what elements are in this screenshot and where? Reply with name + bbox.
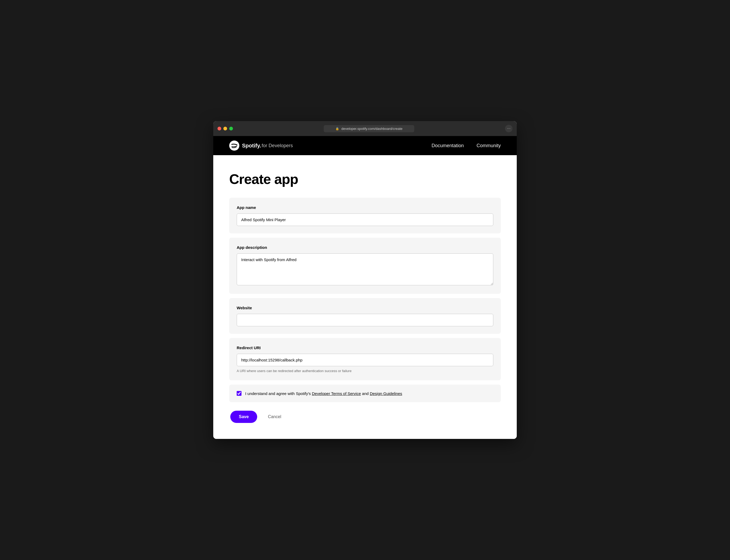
url-text: developer.spotify.com/dashboard/create — [341, 127, 403, 131]
app-description-label: App description — [237, 245, 493, 250]
nav-documentation[interactable]: Documentation — [432, 143, 464, 149]
terms-of-service-link[interactable]: Developer Terms of Service — [312, 391, 361, 396]
svg-point-0 — [229, 141, 239, 151]
website-label: Website — [237, 306, 493, 310]
browser-menu-button[interactable]: ··· — [505, 125, 512, 132]
page-title: Create app — [229, 171, 501, 187]
cancel-button[interactable]: Cancel — [264, 411, 285, 423]
app-description-input[interactable]: Interact with Spotify from Alfred — [237, 253, 493, 285]
main-content: Create app App name App description Inte… — [213, 155, 517, 439]
address-bar: 🔒 developer.spotify.com/dashboard/create — [236, 125, 502, 132]
traffic-lights — [218, 127, 233, 130]
lock-icon: 🔒 — [335, 127, 339, 130]
terms-checkbox[interactable] — [237, 391, 241, 396]
terms-section: I understand and agree with Spotify's De… — [229, 385, 501, 402]
spotify-logo-text: Spotify. for Developers — [242, 143, 293, 149]
design-guidelines-link[interactable]: Design Guidelines — [370, 391, 402, 396]
nav-community[interactable]: Community — [477, 143, 501, 149]
header-nav: Documentation Community — [432, 143, 501, 149]
terms-text-pre: I understand and agree with Spotify's — [245, 391, 312, 396]
app-name-section: App name — [229, 198, 501, 233]
minimize-button[interactable] — [223, 127, 227, 130]
browser-window: 🔒 developer.spotify.com/dashboard/create… — [213, 121, 517, 439]
redirect-uri-label: Redirect URI — [237, 345, 493, 350]
maximize-button[interactable] — [229, 127, 233, 130]
spotify-header: Spotify. for Developers Documentation Co… — [213, 136, 517, 155]
terms-text-mid: and — [361, 391, 370, 396]
button-row: Save Cancel — [229, 411, 501, 423]
app-description-section: App description Interact with Spotify fr… — [229, 238, 501, 294]
spotify-logo: Spotify. for Developers — [229, 141, 293, 151]
address-bar-inner[interactable]: 🔒 developer.spotify.com/dashboard/create — [324, 125, 414, 132]
spotify-brand-text: Spotify. — [242, 143, 261, 149]
redirect-uri-hint: A URI where users can be redirected afte… — [237, 369, 493, 373]
browser-chrome: 🔒 developer.spotify.com/dashboard/create… — [213, 121, 517, 136]
website-section: Website — [229, 298, 501, 334]
redirect-uri-section: Redirect URI A URI where users can be re… — [229, 338, 501, 380]
spotify-logo-icon — [229, 141, 239, 151]
app-name-label: App name — [237, 205, 493, 210]
terms-label: I understand and agree with Spotify's De… — [245, 391, 402, 396]
redirect-uri-input[interactable] — [237, 354, 493, 366]
website-input[interactable] — [237, 314, 493, 326]
app-name-input[interactable] — [237, 213, 493, 226]
close-button[interactable] — [218, 127, 221, 130]
for-developers-text: for Developers — [262, 143, 293, 149]
save-button[interactable]: Save — [230, 411, 257, 423]
